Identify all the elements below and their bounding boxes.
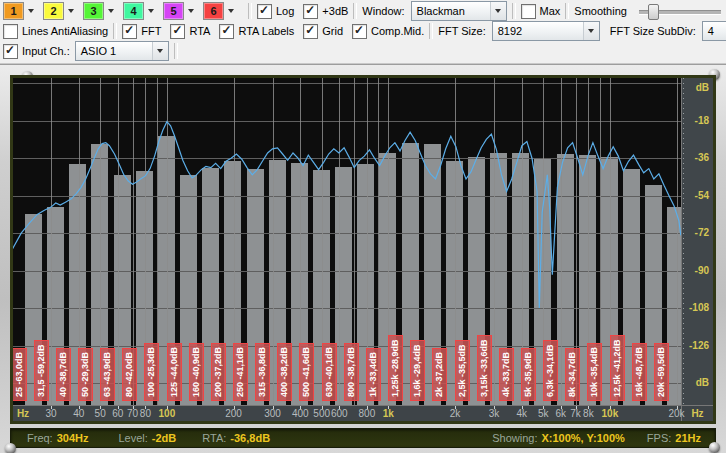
log-checkbox[interactable]: Log [257, 4, 294, 19]
channel-6-dropdown-arrow-icon[interactable] [224, 3, 238, 19]
freq-value: 304Hz [57, 432, 89, 444]
channel-6-label[interactable]: 6 [203, 2, 224, 20]
screw-icon [5, 443, 16, 453]
y-axis-label: -18 [695, 115, 709, 126]
status-rta: RTA:-36,8dB [202, 432, 270, 444]
spectrum-plot[interactable]: 25 -63,0dB31,5 -59,2dB40 -38,7dB50 -29,3… [13, 78, 681, 405]
x-axis-tick [79, 406, 80, 409]
channel-1-button[interactable]: 1 [3, 2, 38, 20]
toolbar-separator [565, 3, 569, 19]
input-ch-checkbox[interactable]: Input Ch.: [3, 44, 70, 59]
chevron-down-icon[interactable] [490, 2, 506, 20]
input-ch-select[interactable]: ASIO 1 [75, 41, 169, 61]
x-axis-label: 7k [570, 408, 581, 420]
y-axis-label: -90 [695, 265, 709, 276]
freq-label: Freq: [27, 432, 53, 444]
x-axis-tick [322, 406, 323, 409]
channel-2-label[interactable]: 2 [43, 2, 64, 20]
status-freq: Freq:304Hz [27, 432, 88, 444]
x-axis-tick [100, 406, 101, 409]
fft-checkbox[interactable]: FFT [122, 24, 161, 39]
x-axis-label: 80 [140, 408, 151, 420]
checkbox-box[interactable] [219, 24, 234, 39]
toolbar-separator [353, 3, 357, 19]
x-axis-label: 200 [225, 408, 242, 420]
rta-checkbox[interactable]: RTA [170, 24, 210, 39]
y-axis-ticks [683, 78, 684, 405]
channel-1-label[interactable]: 1 [3, 2, 24, 20]
checkbox-box[interactable] [352, 24, 367, 39]
checkbox-box[interactable] [122, 24, 137, 39]
toolbar: 1 2 3 4 5 6 Log +3dB Window: Blackman Ma… [0, 0, 726, 64]
x-axis-label: 60 [112, 408, 123, 420]
smoothing-label: Smoothing [574, 5, 627, 17]
checkbox-box[interactable] [303, 4, 318, 19]
rta-labels-checkbox[interactable]: RTA Labels [219, 24, 294, 39]
spectrum-scope: 25 -63,0dB31,5 -59,2dB40 -38,7dB50 -29,3… [10, 75, 716, 424]
status-showing: Showing:X:100%, Y:100% [492, 432, 625, 444]
x-axis-tick [133, 406, 134, 409]
channel-2-dropdown-arrow-icon[interactable] [64, 3, 78, 19]
channel-3-label[interactable]: 3 [83, 2, 104, 20]
fft-subdiv-select[interactable]: 4 [702, 21, 726, 41]
rta-label: RTA [189, 25, 210, 37]
channel-3-dropdown-arrow-icon[interactable] [104, 3, 118, 19]
fft-line [13, 122, 681, 308]
slider-thumb[interactable] [648, 4, 659, 20]
x-axis-tick [167, 406, 168, 409]
checkbox-box[interactable] [257, 4, 272, 19]
window-label: Window: [362, 5, 404, 17]
smoothing-slider[interactable] [639, 3, 721, 19]
channel-6-button[interactable]: 6 [203, 2, 238, 20]
channel-2-button[interactable]: 2 [43, 2, 78, 20]
checkbox-box[interactable] [3, 24, 18, 39]
channel-3-button[interactable]: 3 [83, 2, 118, 20]
window-value: Blackman [412, 5, 490, 17]
window-select[interactable]: Blackman [411, 1, 507, 21]
channel-4-button[interactable]: 4 [123, 2, 158, 20]
showing-value: X:100%, Y:100% [541, 432, 624, 444]
lines-antialiasing-checkbox[interactable]: Lines AntiAliasing [3, 24, 108, 39]
grid-label: Grid [322, 25, 343, 37]
fps-label: FPS: [647, 432, 671, 444]
grid-checkbox[interactable]: Grid [303, 24, 343, 39]
chevron-down-icon[interactable] [583, 22, 599, 40]
x-axis-label: 30 [45, 408, 56, 420]
plus3db-checkbox[interactable]: +3dB [303, 4, 348, 19]
x-axis-label: 50 [95, 408, 106, 420]
x-axis-tick [234, 406, 235, 409]
x-axis-tick [273, 406, 274, 409]
comp-mid-checkbox[interactable]: Comp.Mid. [352, 24, 424, 39]
screw-icon [709, 442, 720, 453]
x-axis-tick [51, 406, 52, 409]
checkbox-box[interactable] [303, 24, 318, 39]
toolbar-separator [174, 43, 178, 59]
channel-4-label[interactable]: 4 [123, 2, 144, 20]
chevron-down-icon[interactable] [152, 42, 168, 60]
x-axis-label: 500 [313, 408, 330, 420]
status-bar: Freq:304Hz Level:-2dB RTA:-36,8dB Showin… [10, 428, 716, 448]
x-axis-tick [494, 406, 495, 409]
channel-5-button[interactable]: 5 [163, 2, 198, 20]
x-axis-label: 10k [602, 408, 619, 420]
x-axis-label: 4k [516, 408, 527, 420]
x-axis-tick [339, 406, 340, 409]
x-axis-tick [455, 406, 456, 409]
max-checkbox[interactable]: Max [521, 4, 561, 19]
input-ch-label: Input Ch.: [22, 45, 70, 57]
showing-label: Showing: [492, 432, 537, 444]
channel-5-dropdown-arrow-icon[interactable] [184, 3, 198, 19]
channel-5-label[interactable]: 5 [163, 2, 184, 20]
x-axis-label: 100 [159, 408, 176, 420]
toolbar-row-3: Input Ch.: ASIO 1 [0, 41, 726, 61]
channel-4-dropdown-arrow-icon[interactable] [144, 3, 158, 19]
x-axis-label: Hz [17, 408, 29, 420]
x-axis: Hz3040506070801002003004005006008001k2k3… [13, 405, 681, 421]
checkbox-box[interactable] [521, 4, 536, 19]
checkbox-box[interactable] [170, 24, 185, 39]
checkbox-box[interactable] [3, 44, 18, 59]
fft-curve [13, 78, 681, 405]
channel-1-dropdown-arrow-icon[interactable] [24, 3, 38, 19]
fft-size-select[interactable]: 8192 [492, 21, 600, 41]
x-axis-label: 5k [538, 408, 549, 420]
